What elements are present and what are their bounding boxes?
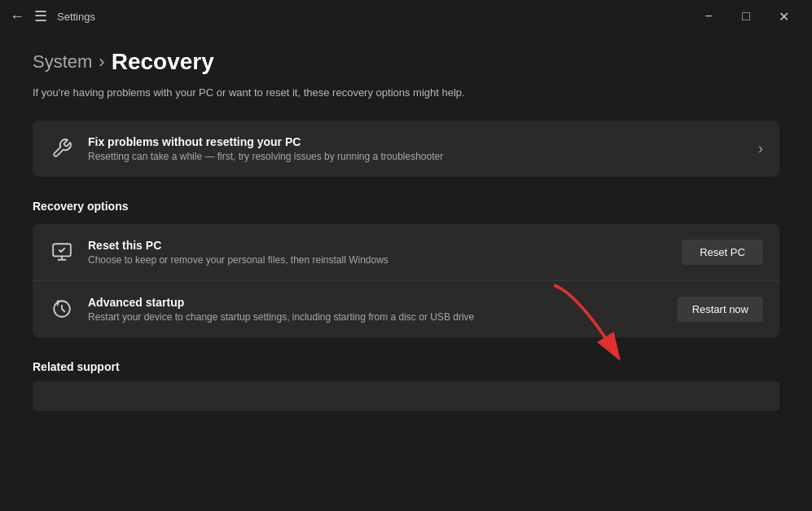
reset-pc-button[interactable]: Reset PC [682,240,763,265]
reset-pc-text: Reset this PC Choose to keep or remove y… [88,239,388,266]
advanced-startup-icon [49,296,75,322]
breadcrumb: System › Recovery [33,49,779,75]
title-bar-left: ← ☰ Settings [10,7,95,25]
page-subtitle: If you're having problems with your PC o… [33,85,779,101]
fix-card-text: Fix problems without resetting your PC R… [88,135,443,162]
reset-pc-icon [49,239,75,265]
advanced-startup-row: Advanced startup Restart your device to … [33,281,779,337]
app-title: Settings [57,11,95,23]
back-icon[interactable]: ← [10,8,24,25]
fix-card-left: Fix problems without resetting your PC R… [49,135,443,162]
breadcrumb-separator: › [99,51,104,73]
fix-problems-card[interactable]: Fix problems without resetting your PC R… [33,121,779,177]
maximize-button[interactable]: □ [727,3,765,29]
reset-pc-left: Reset this PC Choose to keep or remove y… [49,239,388,266]
reset-pc-description: Choose to keep or remove your personal f… [88,254,388,266]
related-support-bar [33,381,779,411]
recovery-options-list: Reset this PC Choose to keep or remove y… [33,224,779,337]
related-support-section: Related support [33,360,779,411]
minimize-button[interactable]: − [690,3,727,29]
advanced-startup-description: Restart your device to change startup se… [88,311,474,323]
window-controls: − □ ✕ [690,3,802,29]
advanced-startup-text: Advanced startup Restart your device to … [88,296,474,323]
breadcrumb-system: System [33,51,92,73]
breadcrumb-current: Recovery [112,49,214,75]
recovery-options-title: Recovery options [33,200,779,213]
reset-pc-row: Reset this PC Choose to keep or remove y… [33,224,779,281]
advanced-startup-title: Advanced startup [88,296,474,309]
fix-card-description: Resetting can take a while — first, try … [88,151,443,162]
related-support-title: Related support [33,360,779,373]
hamburger-icon[interactable]: ☰ [34,7,47,25]
restart-now-button[interactable]: Restart now [678,297,763,322]
reset-pc-title: Reset this PC [88,239,388,252]
chevron-right-icon: › [758,140,763,157]
advanced-startup-left: Advanced startup Restart your device to … [49,296,474,323]
close-button[interactable]: ✕ [765,3,802,29]
main-content: System › Recovery If you're having probl… [0,33,812,427]
wrench-icon [49,135,75,161]
title-bar: ← ☰ Settings − □ ✕ [0,0,812,33]
fix-card-title: Fix problems without resetting your PC [88,135,443,148]
